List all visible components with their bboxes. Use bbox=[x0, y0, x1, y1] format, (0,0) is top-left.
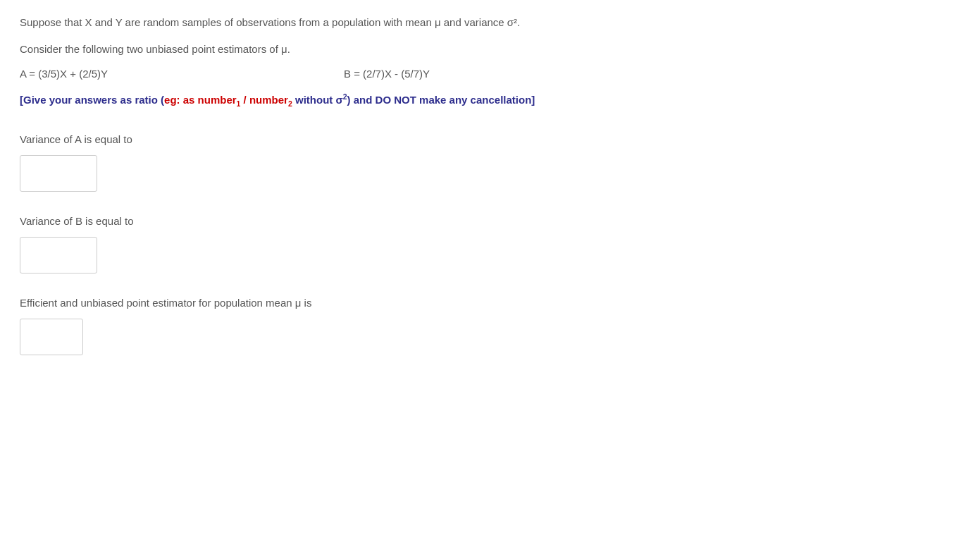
efficient-estimator-input[interactable] bbox=[20, 319, 83, 355]
intro-paragraph: Suppose that X and Y are random samples … bbox=[20, 14, 960, 31]
consider-paragraph: Consider the following two unbiased poin… bbox=[20, 41, 960, 58]
efficient-estimator-block: Efficient and unbiased point estimator f… bbox=[20, 295, 960, 355]
variance-b-label: Variance of B is equal to bbox=[20, 213, 960, 230]
efficient-estimator-label: Efficient and unbiased point estimator f… bbox=[20, 295, 960, 312]
variance-a-label: Variance of A is equal to bbox=[20, 131, 960, 148]
variance-b-block: Variance of B is equal to bbox=[20, 213, 960, 274]
estimator-b-label: B = (2/7)X - (5/7)Y bbox=[344, 68, 430, 80]
estimator-a-label: A = (3/5)X + (2/5)Y bbox=[20, 68, 231, 80]
variance-b-input[interactable] bbox=[20, 237, 97, 274]
variance-a-input[interactable] bbox=[20, 155, 97, 192]
variance-a-block: Variance of A is equal to bbox=[20, 131, 960, 192]
instruction-red-text: eg: as number1 / number2 bbox=[164, 94, 292, 106]
estimators-row: A = (3/5)X + (2/5)Y B = (2/7)X - (5/7)Y bbox=[20, 68, 960, 80]
instruction-line: [Give your answers as ratio (eg: as numb… bbox=[20, 91, 960, 110]
instruction-blue-text: without σ2 bbox=[292, 94, 347, 106]
